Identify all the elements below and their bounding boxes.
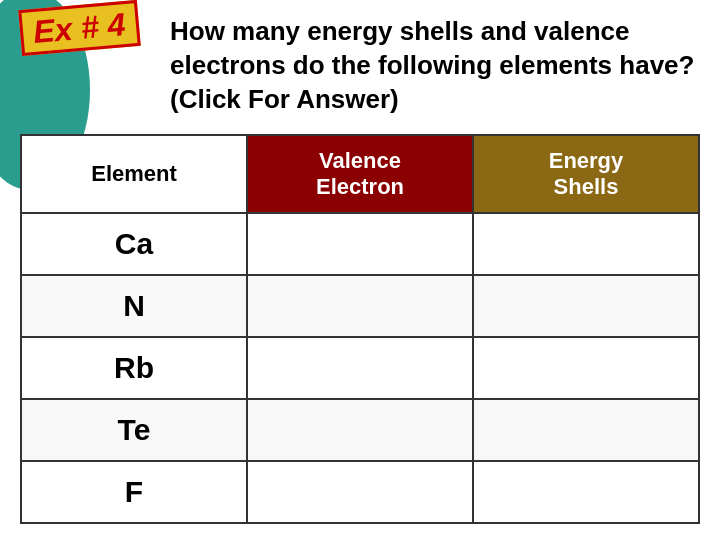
element-symbol: N [21, 275, 247, 337]
table-container: Element ValenceElectron EnergyShells CaN… [20, 134, 700, 530]
valence-electron-value[interactable] [247, 337, 473, 399]
column-valence: ValenceElectron [247, 135, 473, 213]
table-row[interactable]: Rb [21, 337, 699, 399]
energy-shells-value[interactable] [473, 275, 699, 337]
table-row[interactable]: N [21, 275, 699, 337]
header-text[interactable]: How many energy shells and valence elect… [170, 15, 700, 116]
column-element: Element [21, 135, 247, 213]
page-container: Ex # 4 How many energy shells and valenc… [0, 0, 720, 540]
energy-shells-value[interactable] [473, 213, 699, 275]
valence-electron-value[interactable] [247, 461, 473, 523]
element-symbol: Ca [21, 213, 247, 275]
table-row[interactable]: Ca [21, 213, 699, 275]
valence-electron-value[interactable] [247, 275, 473, 337]
element-symbol: F [21, 461, 247, 523]
element-symbol: Te [21, 399, 247, 461]
valence-electron-value[interactable] [247, 399, 473, 461]
energy-shells-value[interactable] [473, 399, 699, 461]
table-header-row: Element ValenceElectron EnergyShells [21, 135, 699, 213]
elements-table: Element ValenceElectron EnergyShells CaN… [20, 134, 700, 524]
valence-electron-value[interactable] [247, 213, 473, 275]
table-row[interactable]: Te [21, 399, 699, 461]
column-shells: EnergyShells [473, 135, 699, 213]
table-row[interactable]: F [21, 461, 699, 523]
energy-shells-value[interactable] [473, 461, 699, 523]
element-symbol: Rb [21, 337, 247, 399]
energy-shells-value[interactable] [473, 337, 699, 399]
